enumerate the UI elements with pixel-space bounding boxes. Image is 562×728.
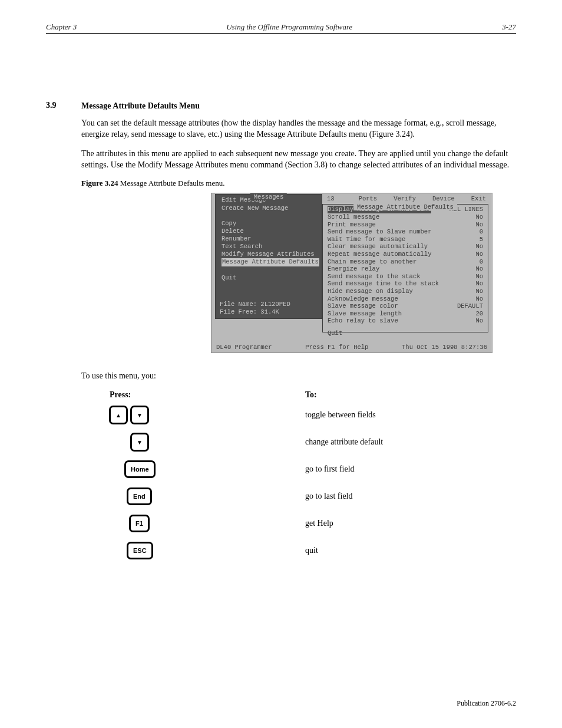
tui-item-defaults[interactable]: Message Attribute Defaults (222, 258, 319, 266)
figure-caption-bold: Figure 3.24 (81, 179, 118, 187)
tui-screenshot: DEV Ports Verify Device Exit 13 Messages… (211, 193, 492, 353)
tui-item-copy[interactable]: Copy (222, 220, 317, 228)
tui-menu-verify[interactable]: Verify (394, 195, 416, 202)
chapter-title: Using the Offline Programming Software (77, 22, 502, 32)
attr-chain[interactable]: Chain message to another (328, 258, 416, 266)
figure-caption: Message Attribute Defaults menu. (120, 179, 225, 187)
tui-menu-device[interactable]: Device (432, 195, 455, 202)
esc-key-icon: ESC (127, 542, 153, 559)
arrow-up-icon (110, 406, 127, 424)
tui-item-renumber[interactable]: Renumber (222, 235, 317, 243)
attr-clear[interactable]: Clear message automatically (328, 243, 428, 251)
attr-ack[interactable]: Acknowledge message (328, 295, 398, 303)
attr-slave-num[interactable]: Send message to Slave number (328, 228, 431, 236)
attr-length[interactable]: Slave message length (328, 310, 402, 318)
end-key-icon: End (127, 488, 151, 505)
tui-messages-title: Messages (250, 193, 287, 200)
attr-wait[interactable]: Wait Time for message (328, 236, 405, 243)
key-desc-home: go to first field (305, 465, 523, 474)
tui-menu-ports[interactable]: Ports (359, 195, 378, 202)
attr-print[interactable]: Print message (328, 221, 376, 229)
leadin-text: To use this menu, you: (81, 371, 516, 382)
tui-item-quit[interactable]: Quit (222, 274, 317, 282)
home-key-icon: Home (125, 461, 155, 477)
publication-ref: Publication 2706-6.2 (457, 699, 516, 708)
attr-color[interactable]: Slave message color (328, 302, 398, 310)
section-title: Message Attribute Defaults Menu (81, 101, 516, 112)
key-header-to: To: (305, 390, 317, 400)
arrow-down-icon (131, 406, 148, 424)
tui-item-textsearch[interactable]: Text Search (222, 243, 317, 251)
section-paragraph-2: The attributes in this menu are applied … (81, 149, 516, 171)
key-table: Press: To: toggle between fields change … (81, 390, 523, 561)
chapter-label: Chapter 3 (46, 22, 77, 32)
key-desc-toggle: toggle between fields (305, 410, 523, 420)
page-header: Chapter 3 Using the Offline Programming … (46, 22, 516, 34)
attr-echo[interactable]: Echo relay to slave (328, 317, 398, 325)
section-number: 3.9 (46, 101, 81, 110)
tui-item-modify[interactable]: Modify Message Attributes (222, 251, 317, 258)
tui-item-create[interactable]: Create New Message (222, 205, 317, 212)
section-paragraph-1: You can set the default message attribut… (81, 118, 516, 140)
tui-top-number: 13 (327, 195, 335, 202)
key-header-press: Press: (81, 390, 305, 400)
attr-stack[interactable]: Send message to the stack (328, 273, 421, 281)
attr-stack-time[interactable]: Send message time to the stack (328, 280, 439, 288)
tui-attributes-panel: Message Attribute Defaults Display messa… (322, 204, 488, 332)
tui-file-info: File Name: 2L120PED File Free: 31.4K (220, 301, 290, 316)
tui-status-mid: Press F1 for Help (305, 344, 368, 351)
tui-item-delete[interactable]: Delete (222, 228, 317, 235)
tui-right-quit[interactable]: Quit (328, 330, 483, 337)
tui-menu-exit[interactable]: Exit (471, 195, 486, 202)
attr-relay[interactable]: Energize relay (328, 265, 379, 273)
tui-statusbar: DL40 Programmer Press F1 for Help Thu Oc… (216, 344, 487, 351)
page-ref: 3-27 (502, 22, 516, 32)
attr-scroll[interactable]: Scroll message (328, 213, 379, 221)
attr-hide[interactable]: Hide message on display (328, 288, 413, 295)
key-desc-f1: get Help (305, 519, 523, 528)
arrow-down-icon (131, 433, 148, 451)
tui-attributes-title: Message Attribute Defaults (353, 203, 457, 210)
key-desc-esc: quit (305, 546, 523, 555)
key-desc-change: change attribute default (305, 437, 523, 447)
tui-status-left: DL40 Programmer (216, 344, 272, 351)
key-desc-end: go to last field (305, 492, 523, 501)
attr-repeat[interactable]: Repeat message automatically (328, 251, 431, 258)
tui-status-right: Thu Oct 15 1998 8:27:36 (402, 344, 487, 351)
f1-key-icon: F1 (130, 515, 149, 532)
